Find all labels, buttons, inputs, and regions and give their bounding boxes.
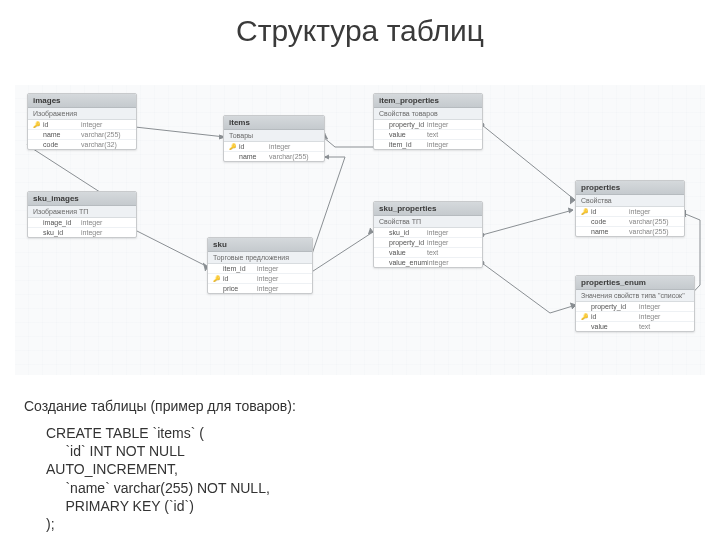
- table-header: item_properties: [374, 94, 482, 108]
- table-sku-images[interactable]: sku_images Изображения ТП image_idintege…: [27, 191, 137, 238]
- pk-icon: 🔑: [229, 143, 239, 150]
- table-row: item_idinteger: [374, 140, 482, 149]
- table-header: sku: [208, 238, 312, 252]
- table-label: Изображения ТП: [28, 206, 136, 218]
- pk-icon: 🔑: [581, 313, 591, 320]
- table-properties-enum[interactable]: properties_enum Значения свойств типа "с…: [575, 275, 695, 332]
- pk-icon: 🔑: [33, 121, 43, 128]
- table-images[interactable]: images Изображения 🔑idinteger namevarcha…: [27, 93, 137, 150]
- table-row: namevarchar(255): [28, 130, 136, 140]
- table-row: 🔑idinteger: [224, 142, 324, 152]
- table-row: codevarchar(255): [576, 217, 684, 227]
- table-header: items: [224, 116, 324, 130]
- sql-example: CREATE TABLE `items` ( `id` INT NOT NULL…: [46, 424, 270, 533]
- table-row: valuetext: [374, 130, 482, 140]
- table-label: Свойства: [576, 195, 684, 207]
- table-row: 🔑idinteger: [28, 120, 136, 130]
- table-sku[interactable]: sku Торговые предложения item_idinteger …: [207, 237, 313, 294]
- table-header: properties: [576, 181, 684, 195]
- table-header: sku_properties: [374, 202, 482, 216]
- table-label: Свойства ТП: [374, 216, 482, 228]
- page-title: Структура таблиц: [0, 0, 720, 48]
- table-row: item_idinteger: [208, 264, 312, 274]
- table-row: property_idinteger: [374, 238, 482, 248]
- table-header: properties_enum: [576, 276, 694, 290]
- table-header: sku_images: [28, 192, 136, 206]
- pk-icon: 🔑: [581, 208, 591, 215]
- table-row: 🔑idinteger: [576, 312, 694, 322]
- table-row: 🔑idinteger: [576, 207, 684, 217]
- erd-canvas: images Изображения 🔑idinteger namevarcha…: [15, 85, 705, 375]
- table-row: property_idinteger: [374, 120, 482, 130]
- table-row: sku_idinteger: [374, 228, 482, 238]
- table-row: image_idinteger: [28, 218, 136, 228]
- table-row: valuetext: [576, 322, 694, 331]
- table-row: namevarchar(255): [576, 227, 684, 236]
- table-row: namevarchar(255): [224, 152, 324, 161]
- table-label: Изображения: [28, 108, 136, 120]
- table-label: Значения свойств типа "список": [576, 290, 694, 302]
- table-label: Товары: [224, 130, 324, 142]
- table-row: property_idinteger: [576, 302, 694, 312]
- table-item-properties[interactable]: item_properties Свойства товаров propert…: [373, 93, 483, 150]
- table-label: Торговые предложения: [208, 252, 312, 264]
- table-properties[interactable]: properties Свойства 🔑idinteger codevarch…: [575, 180, 685, 237]
- table-row: value_enuminteger: [374, 258, 482, 267]
- table-row: 🔑idinteger: [208, 274, 312, 284]
- table-sku-properties[interactable]: sku_properties Свойства ТП sku_idinteger…: [373, 201, 483, 268]
- table-row: priceinteger: [208, 284, 312, 293]
- table-row: codevarchar(32): [28, 140, 136, 149]
- pk-icon: 🔑: [213, 275, 223, 282]
- caption-text: Создание таблицы (пример для товаров):: [24, 398, 296, 414]
- table-label: Свойства товаров: [374, 108, 482, 120]
- table-items[interactable]: items Товары 🔑idinteger namevarchar(255): [223, 115, 325, 162]
- table-header: images: [28, 94, 136, 108]
- table-row: sku_idinteger: [28, 228, 136, 237]
- table-row: valuetext: [374, 248, 482, 258]
